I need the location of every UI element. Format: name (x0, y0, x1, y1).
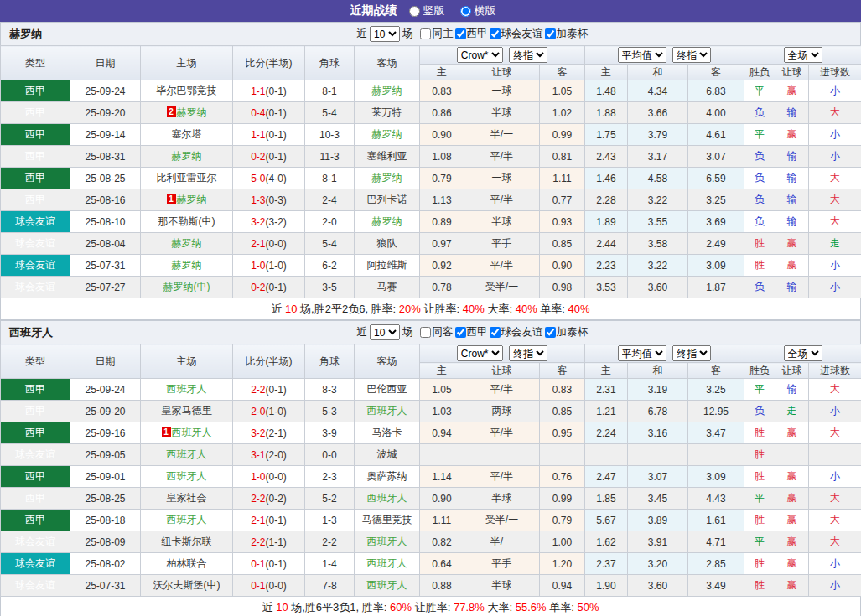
league-filter[interactable]: 西甲 (454, 27, 488, 41)
match-type-cell: 西甲 (1, 189, 70, 211)
avg-home-cell: 2.43 (585, 146, 628, 168)
team-name-1: 赫罗纳 (9, 27, 42, 42)
league-filter[interactable]: 球会友谊 (488, 325, 543, 339)
fulltime-select[interactable]: 全场 (784, 345, 822, 361)
same-home-checkbox[interactable] (420, 28, 431, 39)
match-type-cell: 球会友谊 (1, 211, 70, 233)
score-cell: 1-3(0-3) (233, 189, 305, 211)
average-group-header: 平均值 终指 (585, 344, 744, 363)
odds-away-cell: 0.85 (540, 233, 585, 255)
league-checkbox[interactable] (455, 327, 466, 338)
away-team-name: 巴列卡诺 (367, 194, 407, 205)
date-cell: 25-08-18 (70, 510, 141, 531)
red-card-badge: 2 (167, 106, 176, 117)
avg-away-cell: 3.25 (688, 189, 744, 211)
summary-part: 单率: (540, 303, 565, 315)
league-filter[interactable]: 加泰杯 (543, 325, 589, 339)
avg-home-cell: 1.48 (585, 80, 628, 102)
away-team-cell: 西班牙人 (355, 575, 420, 597)
fulltime-score: 0-2 (251, 282, 265, 293)
away-team-cell: 阿拉维斯 (355, 255, 420, 277)
home-team-name: 沃尔夫斯堡(中) (153, 579, 220, 591)
league-checkbox[interactable] (545, 327, 556, 338)
summary-part: 场,胜6平3负1, 胜率: (291, 601, 386, 613)
corner-cell: 2-0 (305, 211, 355, 233)
home-team-cell: 1赫罗纳 (141, 189, 233, 211)
games-count-select-1[interactable]: 10 (370, 26, 400, 42)
date-cell: 25-08-09 (70, 531, 141, 553)
avg-home-cell: 5.67 (585, 510, 628, 531)
league-filter[interactable]: 球会友谊 (488, 27, 543, 41)
away-team-name: 马赛 (377, 281, 397, 292)
result-goals-cell: 小 (809, 466, 861, 488)
result-goals-cell: 小 (809, 146, 861, 168)
team-name-2: 西班牙人 (9, 325, 53, 340)
match-type-cell: 西甲 (1, 466, 70, 488)
fulltime-score: 0-2 (251, 151, 265, 163)
league-checkbox[interactable] (490, 28, 501, 39)
avg-home-cell: 2.44 (585, 233, 628, 255)
avg-away-cell: 4.71 (688, 531, 744, 553)
halftime-score: (1-1) (266, 536, 287, 548)
horizontal-layout-radio[interactable] (460, 6, 471, 17)
avg-draw-cell: 3.45 (628, 488, 688, 510)
away-team-name: 阿拉维斯 (367, 259, 407, 271)
corner-cell: 6-2 (305, 255, 355, 277)
home-team-name: 那不勒斯(中) (158, 215, 215, 227)
fulltime-select[interactable]: 全场 (784, 47, 822, 63)
home-team-name: 西班牙人 (167, 514, 207, 525)
corner-cell: 11-3 (305, 146, 355, 168)
corner-cell: 2-3 (305, 466, 355, 488)
avg-away-cell: 4.43 (688, 488, 744, 510)
league-label: 加泰杯 (557, 27, 589, 41)
league-checkbox[interactable] (545, 28, 556, 39)
final-odds-select[interactable]: 终指 (509, 47, 547, 63)
away-team-cell: 奥萨苏纳 (355, 466, 420, 488)
final-odds-select-2[interactable]: 终指 (672, 345, 711, 361)
final-odds-select-2[interactable]: 终指 (672, 47, 711, 63)
final-odds-select[interactable]: 终指 (509, 345, 547, 361)
subheader-odds-home: 主 (420, 65, 464, 80)
score-cell: 2-2(0-2) (233, 488, 305, 510)
result-handicap-cell: 输 (775, 379, 809, 401)
average-select[interactable]: 平均值 (618, 47, 666, 63)
result-wdl-cell: 负 (744, 401, 775, 422)
home-team-name: 皇家马德里 (162, 405, 212, 417)
average-select[interactable]: 平均值 (618, 345, 666, 361)
odds-away-cell (540, 444, 585, 466)
table-row: 球会友谊 25-07-31 沃尔夫斯堡(中) 0-1(0-0) 7-8 西班牙人… (1, 575, 861, 597)
league-checkbox[interactable] (490, 327, 501, 338)
avg-home-cell: 2.28 (585, 189, 628, 211)
avg-draw-cell: 3.79 (628, 124, 688, 146)
avg-home-cell: 1.89 (585, 211, 628, 233)
bookmaker-select[interactable]: Crow* (457, 47, 503, 63)
home-team-cell: 赫罗纳 (141, 255, 233, 277)
horizontal-layout-option[interactable]: 横版 (460, 3, 496, 18)
result-handicap-cell (775, 444, 809, 466)
home-team-cell: 赫罗纳 (141, 146, 233, 168)
vertical-layout-radio[interactable] (409, 6, 420, 17)
halftime-score: (0-1) (266, 558, 287, 570)
home-team-name: 西班牙人 (172, 427, 212, 438)
home-team-cell: 柏林联合 (141, 553, 233, 575)
avg-home-cell: 2.31 (585, 379, 628, 401)
league-filter[interactable]: 加泰杯 (543, 27, 589, 41)
subheader-wdl: 胜负 (744, 363, 775, 379)
league-checkbox[interactable] (455, 28, 466, 39)
fulltime-score: 3-1 (251, 449, 265, 461)
games-count-select-2[interactable]: 10 (370, 324, 400, 340)
bookmaker-select[interactable]: Crow* (457, 345, 503, 361)
home-team-cell: 毕尔巴鄂竞技 (141, 80, 233, 102)
result-handicap-cell: 输 (775, 189, 809, 211)
avg-draw-cell: 3.07 (628, 466, 688, 488)
result-goals-cell: 小 (809, 575, 861, 597)
league-filter[interactable]: 西甲 (454, 325, 488, 339)
fulltime-group-header: 全场 (744, 46, 861, 65)
match-type-cell: 球会友谊 (1, 277, 70, 298)
score-cell: 0-2(0-1) (233, 277, 305, 298)
match-type-cell: 西甲 (1, 510, 70, 531)
vertical-layout-option[interactable]: 竖版 (409, 3, 445, 18)
home-team-name: 塞尔塔 (172, 128, 202, 140)
date-cell: 25-07-27 (70, 277, 141, 298)
same-away-checkbox[interactable] (420, 327, 431, 338)
